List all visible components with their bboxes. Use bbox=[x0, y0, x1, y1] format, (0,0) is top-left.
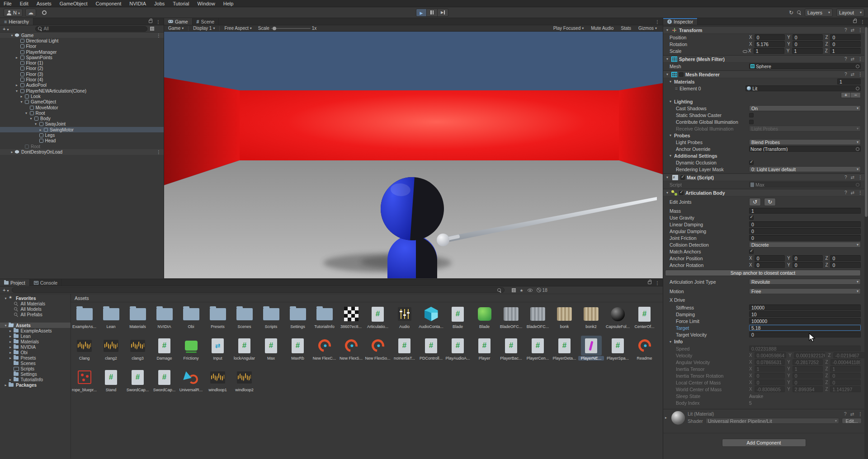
project-tree-row[interactable]: Scripts bbox=[0, 366, 71, 371]
hierarchy-row[interactable]: AudioPool bbox=[0, 83, 164, 88]
hidden-packages-toggle[interactable]: 18 bbox=[537, 288, 547, 293]
asset-tile[interactable]: Audio bbox=[391, 304, 418, 331]
foldout-arrow[interactable] bbox=[8, 378, 14, 382]
anchor-position-x-field[interactable]: 0 bbox=[755, 255, 785, 261]
foldout-arrow[interactable] bbox=[14, 56, 20, 60]
add-component-button[interactable]: Add Component bbox=[722, 439, 806, 447]
project-tree-row[interactable]: All Materials bbox=[0, 301, 71, 306]
help-icon[interactable]: ? bbox=[844, 190, 847, 195]
hierarchy-row[interactable]: Floor (4) bbox=[0, 77, 164, 82]
asset-tile[interactable]: BladeOFC... bbox=[498, 304, 524, 331]
asset-tile[interactable]: PDControll... bbox=[418, 336, 444, 363]
asset-tile[interactable]: PlayerCen... bbox=[524, 336, 551, 363]
menu-item[interactable]: Assets bbox=[37, 1, 52, 6]
help-icon[interactable]: ? bbox=[844, 175, 847, 180]
asset-tile[interactable]: Scripts bbox=[258, 304, 284, 331]
visibility-icon[interactable] bbox=[528, 289, 533, 292]
foldout-arrow[interactable] bbox=[14, 89, 20, 93]
edit-joint-anchor-button[interactable]: ↺ bbox=[749, 198, 761, 206]
joint-type-dropdown[interactable]: Revolute bbox=[749, 279, 861, 285]
project-tree-row[interactable]: All Models bbox=[0, 306, 71, 312]
rendering-layer-dropdown[interactable]: 0: Light Layer default bbox=[749, 166, 861, 172]
asset-tile[interactable]: New FlexS... bbox=[338, 336, 364, 363]
asset-tile[interactable]: Lean bbox=[98, 304, 124, 331]
foldout-arrow[interactable] bbox=[8, 356, 14, 360]
project-tree-row[interactable]: Assets bbox=[0, 323, 71, 328]
hierarchy-row[interactable]: GameObject bbox=[0, 99, 164, 105]
asset-tile[interactable]: lockAngular bbox=[231, 336, 258, 363]
asset-tile[interactable]: Damage bbox=[151, 336, 178, 363]
view-tab[interactable]: Game bbox=[164, 18, 193, 25]
asset-tile[interactable]: 38607ec8... bbox=[338, 304, 364, 331]
play-button[interactable] bbox=[416, 9, 427, 17]
hierarchy-row[interactable]: SpawnPoints bbox=[0, 55, 164, 60]
search-by-label-icon[interactable] bbox=[520, 288, 524, 293]
mesh-renderer-header[interactable]: ▾ Mesh Renderer ?⇄ bbox=[663, 70, 864, 78]
project-tree-row[interactable]: NVIDIA bbox=[0, 344, 71, 350]
search-by-type-icon[interactable] bbox=[512, 288, 516, 292]
asset-tile[interactable]: Materials bbox=[124, 304, 151, 331]
asset-tile[interactable]: Blade bbox=[471, 304, 498, 331]
foldout-arrow[interactable] bbox=[38, 128, 43, 132]
asset-tile[interactable]: Readme bbox=[631, 336, 658, 363]
asset-tile[interactable]: Settings bbox=[284, 304, 311, 331]
foldout-arrow[interactable] bbox=[19, 100, 24, 104]
cloud-services-button[interactable] bbox=[25, 9, 36, 17]
drag-handle[interactable]: = bbox=[675, 86, 678, 91]
foldout-arrow[interactable] bbox=[8, 329, 14, 333]
scale-y-field[interactable]: 1 bbox=[792, 48, 823, 54]
scale-x-field[interactable]: 1 bbox=[754, 48, 784, 54]
joint-friction-field[interactable]: 0 bbox=[749, 235, 861, 241]
asset-tile[interactable]: Player bbox=[471, 336, 498, 363]
project-tree-row[interactable]: Favorites bbox=[0, 295, 71, 301]
presets-icon[interactable]: ⇄ bbox=[851, 28, 854, 33]
asset-tile[interactable]: Frictiony bbox=[178, 336, 204, 363]
material-object-field[interactable]: Lit bbox=[745, 85, 861, 91]
menu-item[interactable]: Tutorial bbox=[173, 1, 189, 6]
layout-dropdown[interactable]: Layout bbox=[836, 9, 864, 17]
anchor-position-z-field[interactable]: 0 bbox=[830, 255, 861, 261]
gizmos-dropdown[interactable]: Gizmos bbox=[637, 26, 659, 31]
foldout-arrow[interactable] bbox=[8, 340, 14, 344]
component-menu-icon[interactable] bbox=[858, 190, 863, 195]
asset-tile[interactable]: NVIDIA bbox=[151, 304, 178, 331]
project-tree-row[interactable]: Materials bbox=[0, 339, 71, 344]
component-menu-icon[interactable] bbox=[858, 72, 863, 77]
asset-tile[interactable]: PlayerSpa... bbox=[604, 336, 631, 363]
hierarchy-row[interactable]: PlayerManager bbox=[0, 49, 164, 55]
max-script-header[interactable]: ▾ Max (Script) ?⇄ bbox=[663, 173, 864, 181]
lock-icon[interactable] bbox=[853, 20, 857, 23]
project-tree-row[interactable]: Settings bbox=[0, 371, 71, 377]
menu-item[interactable]: File bbox=[4, 1, 12, 6]
asset-tile[interactable]: New FlexSo... bbox=[364, 336, 391, 363]
asset-tile[interactable]: New FlexC... bbox=[311, 336, 338, 363]
asset-tile[interactable]: noInertiaT... bbox=[391, 336, 418, 363]
anchor-rotation-z-field[interactable]: 0 bbox=[830, 262, 861, 268]
mesh-filter-header[interactable]: ▾ Sphere (Mesh Filter) ?⇄ bbox=[663, 55, 864, 63]
articulation-body-header[interactable]: ▾ Articulation Body ?⇄ bbox=[663, 189, 864, 197]
layers-dropdown[interactable]: Layers bbox=[805, 9, 833, 17]
foldout-arrow[interactable] bbox=[33, 122, 39, 126]
hierarchy-row[interactable]: Game bbox=[0, 33, 164, 38]
asset-tile[interactable]: BladeOFC... bbox=[524, 304, 551, 331]
scene-visibility-icon[interactable] bbox=[150, 27, 154, 31]
foldout-arrow[interactable] bbox=[19, 94, 24, 98]
asset-tile[interactable]: SwordCap... bbox=[151, 367, 178, 394]
component-menu-icon[interactable] bbox=[858, 175, 863, 180]
static-shadow-caster-checkbox[interactable] bbox=[749, 113, 754, 117]
object-picker-icon[interactable] bbox=[856, 147, 859, 151]
help-icon[interactable]: ? bbox=[844, 28, 847, 33]
search-icon[interactable] bbox=[797, 10, 801, 14]
asset-tile[interactable]: Articulatio... bbox=[364, 304, 391, 331]
probes-foldout[interactable]: Probes bbox=[674, 133, 754, 138]
hierarchy-row[interactable]: SwingMotor bbox=[0, 127, 164, 132]
asset-tile[interactable]: TutorialInfo bbox=[311, 304, 338, 331]
play-focused-dropdown[interactable]: Play Focused bbox=[552, 26, 586, 31]
motion-dropdown[interactable]: Free bbox=[749, 288, 861, 294]
foldout-arrow[interactable] bbox=[14, 83, 20, 87]
panel-menu-icon[interactable] bbox=[860, 19, 865, 24]
menu-item[interactable]: NVIDIA bbox=[129, 1, 146, 6]
game-viewport[interactable] bbox=[164, 32, 663, 278]
presets-icon[interactable]: ⇄ bbox=[851, 190, 854, 195]
hierarchy-search-input[interactable]: All bbox=[35, 26, 147, 32]
